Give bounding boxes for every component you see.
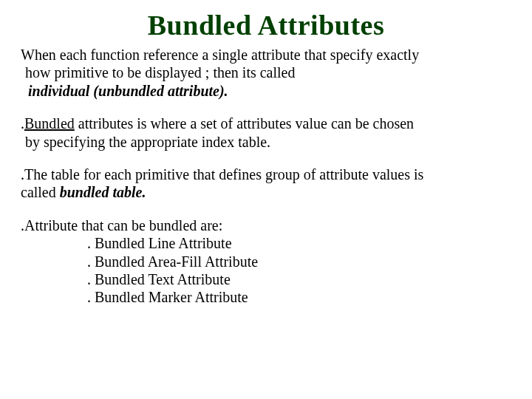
paragraph-3: .The table for each primitive that defin… <box>21 166 511 202</box>
paragraph-1: When each function reference a single at… <box>21 46 511 100</box>
list-item: . Bundled Text Attribute <box>21 270 511 288</box>
p2-line1-rest: attributes is where a set of attributes … <box>75 115 414 132</box>
p3-line2b: bundled table. <box>60 184 146 200</box>
list-item: . Bundled Area-Fill Attribute <box>21 253 511 270</box>
list-item: . Bundled Marker Attribute <box>21 288 511 306</box>
list-item: . Bundled Line Attribute <box>21 234 511 252</box>
paragraph-4: .Attribute that can be bundled are: . Bu… <box>21 216 511 307</box>
paragraph-2: .Bundled attributes is where a set of at… <box>21 115 511 151</box>
p4-intro: .Attribute that can be bundled are: <box>21 216 511 234</box>
p2-line2: by specifying the appropriate index tabl… <box>21 134 270 150</box>
p2-bundled-word: Bundled <box>24 115 75 132</box>
p1-line2: how primitive to be displayed ; then its… <box>21 64 295 81</box>
p3-line1: .The table for each primitive that defin… <box>21 166 423 183</box>
p1-line1: When each function reference a single at… <box>21 47 419 63</box>
p1-line3: individual (unbundled attribute). <box>21 83 228 99</box>
slide: Bundled Attributes When each function re… <box>0 0 532 399</box>
p3-line2a: called <box>21 184 60 200</box>
slide-title: Bundled Attributes <box>21 9 511 41</box>
